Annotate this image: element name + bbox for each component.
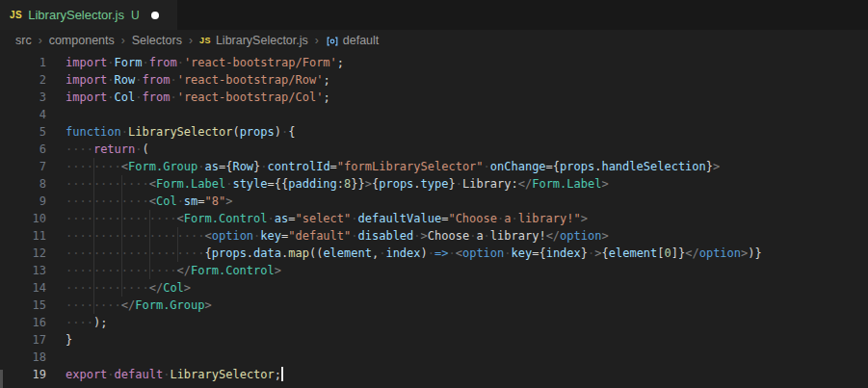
- line-number[interactable]: 17: [0, 331, 46, 349]
- text-cursor: [281, 367, 283, 381]
- tab-filename: LibrarySelector.js: [28, 8, 124, 22]
- line-number[interactable]: 16: [0, 314, 46, 331]
- tab-libraryselector[interactable]: JS LibrarySelector.js U: [0, 0, 177, 30]
- git-status-badge: U: [131, 9, 140, 22]
- line-number[interactable]: 10: [0, 210, 46, 227]
- code-line[interactable]: 12····················{props.data.map((e…: [0, 245, 868, 262]
- whitespace-dots: ·: [260, 160, 267, 173]
- indent-guide: [121, 210, 122, 227]
- chevron-right-icon: ›: [189, 34, 193, 47]
- code-line[interactable]: 9············<Col·sm="8">: [0, 193, 868, 210]
- whitespace-dots: ·: [504, 246, 511, 260]
- code-line[interactable]: 13················</Form.Control>: [0, 262, 868, 279]
- whitespace-dots: ············: [66, 281, 149, 295]
- line-number[interactable]: 6: [0, 141, 46, 158]
- line-number[interactable]: 8: [0, 175, 46, 193]
- breadcrumb-item-default[interactable]: default: [343, 34, 380, 47]
- breadcrumb-item-components[interactable]: components: [49, 34, 115, 47]
- whitespace-dots: ·: [135, 73, 142, 87]
- chevron-right-icon: ›: [121, 34, 125, 47]
- code-line[interactable]: 10················<Form.Control·as="sele…: [0, 210, 868, 227]
- whitespace-dots: ·: [484, 229, 490, 243]
- whitespace-dots: ·: [170, 73, 176, 87]
- whitespace-dots: ·: [428, 246, 434, 260]
- line-number[interactable]: 15: [0, 297, 46, 314]
- vscode-editor-window: JS LibrarySelector.js U src›components›S…: [0, 0, 868, 388]
- indent-guide: [149, 227, 150, 245]
- whitespace-dots: ·: [177, 194, 184, 208]
- line-number[interactable]: 1: [0, 54, 46, 71]
- indent-guide: [177, 245, 178, 262]
- whitespace-dots: ············: [66, 194, 149, 208]
- js-icon: JS: [199, 36, 211, 45]
- line-number[interactable]: 2: [0, 71, 46, 89]
- code-line[interactable]: 16····);: [0, 314, 868, 331]
- whitespace-dots: ·: [456, 177, 462, 191]
- tab-bar: JS LibrarySelector.js U: [0, 0, 868, 30]
- indent-guide: [93, 227, 94, 245]
- line-number[interactable]: 19: [0, 366, 46, 383]
- chevron-right-icon: ›: [39, 34, 42, 47]
- unsaved-dot-icon[interactable]: [151, 12, 159, 19]
- indent-guide: [149, 210, 150, 227]
- line-number[interactable]: 14: [0, 279, 46, 297]
- whitespace-dots: ·: [107, 368, 114, 381]
- code-line[interactable]: 15········</Form.Group>: [0, 297, 868, 314]
- whitespace-dots: ·: [268, 212, 275, 225]
- code-line[interactable]: 17}: [0, 331, 868, 349]
- line-number[interactable]: 7: [0, 158, 46, 175]
- code-line[interactable]: 2import·Row·from·'react-bootstrap/Row';: [0, 71, 868, 89]
- indent-guide: [121, 193, 122, 210]
- line-number[interactable]: 9: [0, 193, 46, 210]
- indent-guide: [121, 279, 122, 297]
- indent-guide: [93, 158, 94, 175]
- line-number[interactable]: 5: [0, 123, 46, 141]
- code-line[interactable]: 8············<Form.Label·style={{padding…: [0, 175, 868, 193]
- whitespace-dots: ·: [107, 91, 114, 104]
- whitespace-dots: ·: [484, 160, 490, 173]
- code-line[interactable]: 14············</Col>: [0, 279, 868, 297]
- line-number[interactable]: 18: [0, 349, 46, 366]
- line-number[interactable]: 11: [0, 227, 46, 245]
- breadcrumb: src›components›Selectors›JSLibrarySelect…: [0, 30, 868, 50]
- whitespace-dots: ············: [66, 177, 149, 191]
- code-line[interactable]: 1import·Form·from·'react-bootstrap/Form'…: [0, 54, 868, 71]
- line-number[interactable]: 3: [0, 89, 46, 106]
- indent-guide: [93, 262, 94, 279]
- line-number[interactable]: 4: [0, 106, 46, 123]
- whitespace-dots: ·: [413, 229, 420, 243]
- whitespace-dots: ·: [135, 142, 142, 156]
- whitespace-dots: ·: [511, 212, 517, 225]
- breadcrumb-item-libraryselector-js[interactable]: LibrarySelector.js: [216, 34, 308, 47]
- indent-guide: [149, 245, 150, 262]
- indent-guide: [93, 279, 94, 297]
- indent-guide: [93, 193, 94, 210]
- indent-guide: [149, 262, 150, 279]
- code-line[interactable]: 18: [0, 349, 868, 366]
- code-line[interactable]: 3import·Col·from·'react-bootstrap/Col';: [0, 89, 868, 106]
- whitespace-dots: ·: [143, 56, 149, 69]
- indent-guide: [121, 245, 122, 262]
- whitespace-dots: ·: [351, 229, 357, 243]
- whitespace-dots: ·: [121, 125, 128, 139]
- code-line[interactable]: 11····················<option·key="defau…: [0, 227, 868, 245]
- indent-guide: [121, 175, 122, 193]
- code-line[interactable]: 7········<Form.Group·as={Row}·controlId=…: [0, 158, 868, 175]
- breadcrumb-item-selectors[interactable]: Selectors: [132, 34, 182, 47]
- code-line[interactable]: 6····return·(: [0, 141, 868, 158]
- line-number[interactable]: 12: [0, 245, 46, 262]
- left-edge-decoration: [0, 370, 3, 388]
- line-number[interactable]: 13: [0, 262, 46, 279]
- code-line[interactable]: 4: [0, 106, 868, 123]
- whitespace-dots: ····················: [66, 229, 205, 243]
- symbol-variable-icon: [326, 35, 339, 48]
- indent-guide: [93, 245, 94, 262]
- whitespace-dots: ····: [66, 316, 93, 329]
- code-line[interactable]: 5function·LibrarySelector(props)·{: [0, 123, 868, 141]
- whitespace-dots: ·: [448, 246, 455, 260]
- indent-guide: [93, 297, 94, 314]
- indent-guide: [121, 262, 122, 279]
- breadcrumb-item-src[interactable]: src: [15, 34, 32, 47]
- code-line[interactable]: 19export·default·LibrarySelector;: [0, 366, 868, 383]
- code-area[interactable]: 1import·Form·from·'react-bootstrap/Form'…: [0, 50, 868, 383]
